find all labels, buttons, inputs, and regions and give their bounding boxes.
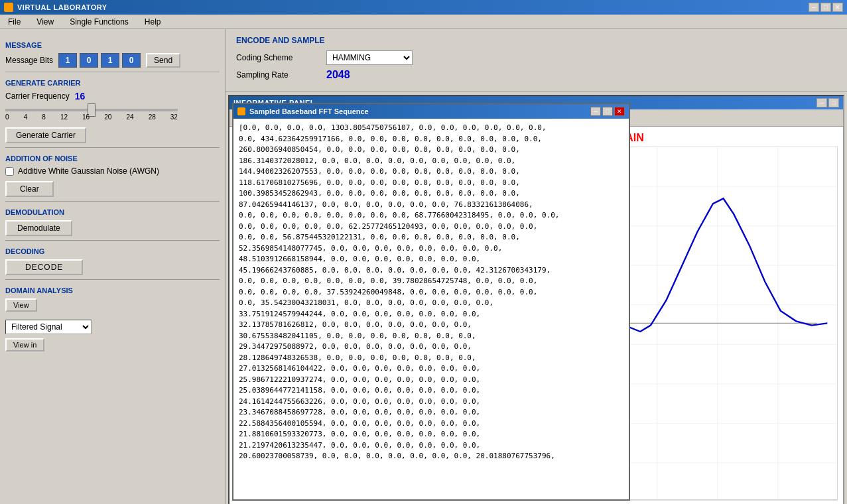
popup-title: Sampled Baseband FFT Sequence	[249, 107, 369, 115]
awgn-label: Additive White Gaussian Noise (AWGN)	[18, 166, 159, 176]
sampling-rate-row: Sampling Rate 2048	[236, 69, 836, 81]
coding-scheme-label: Coding Scheme	[236, 53, 316, 62]
sampling-rate-value: 2048	[326, 69, 350, 81]
carrier-freq-label: Carrier Frequency	[5, 92, 70, 101]
carrier-section: GENERATE CARRIER Carrier Frequency 16 0 …	[5, 79, 220, 143]
info-panel-controls[interactable]: ─ □	[816, 98, 839, 107]
domain-section: DOMAIN ANALYSIS View Filtered Signal Vie…	[5, 286, 220, 355]
title-bar-left: VIRTUAL LABORATORY	[4, 3, 107, 12]
popup-controls[interactable]: ─ □ ✕	[590, 107, 625, 116]
popup-icon	[237, 107, 245, 115]
sampling-rate-label: Sampling Rate	[236, 70, 316, 80]
bit-input-1[interactable]	[80, 53, 98, 68]
bit-input-2[interactable]	[101, 53, 119, 68]
demodulate-button[interactable]: Demodulate	[5, 220, 72, 236]
popup-content[interactable]: [0.0, 0.0, 0.0, 0.0, 1303.8054750756107,…	[233, 119, 629, 499]
app-title: VIRTUAL LABORATORY	[17, 3, 107, 11]
send-button[interactable]: Send	[146, 53, 180, 68]
carrier-title: GENERATE CARRIER	[5, 79, 220, 87]
encode-title: ENCODE AND SAMPLE	[236, 36, 836, 45]
popup-titlebar: Sampled Baseband FFT Sequence ─ □ ✕	[233, 104, 629, 119]
filtered-signal-row: Filtered Signal	[5, 320, 220, 334]
maximize-button[interactable]: □	[820, 3, 831, 12]
info-maximize-button[interactable]: □	[828, 98, 839, 107]
slider-container: 0 4 8 12 16 20 24 28 32	[5, 104, 220, 121]
title-bar-controls[interactable]: ─ □ ✕	[809, 3, 843, 12]
filtered-signal-dropdown[interactable]: Filtered Signal	[5, 320, 92, 334]
popup-text: [0.0, 0.0, 0.0, 0.0, 1303.8054750756107,…	[239, 123, 623, 462]
popup-title-area: Sampled Baseband FFT Sequence	[237, 107, 369, 115]
menu-file[interactable]: File	[5, 17, 23, 27]
coding-scheme-row: Coding Scheme HAMMING	[236, 50, 836, 65]
coding-scheme-select[interactable]: HAMMING	[326, 50, 413, 65]
awgn-checkbox[interactable]	[5, 167, 14, 176]
message-bits-label: Message Bits	[5, 56, 53, 65]
menu-single-functions[interactable]: Single Functions	[67, 17, 131, 27]
carrier-freq-slider[interactable]	[5, 109, 178, 111]
minimize-button[interactable]: ─	[809, 3, 819, 12]
encode-panel: ENCODE AND SAMPLE Coding Scheme HAMMING …	[226, 29, 847, 92]
clear-button[interactable]: Clear	[5, 181, 54, 197]
generate-carrier-button[interactable]: Generate Carrier	[5, 127, 86, 143]
menu-help[interactable]: Help	[142, 17, 164, 27]
message-title: MESSAGE	[5, 41, 220, 49]
noise-section: ADDITION OF NOISE Additive White Gaussia…	[5, 155, 220, 197]
info-minimize-button[interactable]: ─	[816, 98, 827, 107]
menu-view[interactable]: View	[34, 17, 56, 27]
carrier-freq-value: 16	[75, 91, 86, 101]
carrier-row: Carrier Frequency 16	[5, 91, 220, 101]
noise-title: ADDITION OF NOISE	[5, 155, 220, 162]
domain-title: DOMAIN ANALYSIS	[5, 286, 220, 294]
decoding-section: DECODING DECODE	[5, 247, 220, 275]
close-button[interactable]: ✕	[832, 3, 843, 12]
title-bar: VIRTUAL LABORATORY ─ □ ✕	[0, 0, 847, 15]
view-in-row: View in	[5, 338, 220, 355]
bit-input-0[interactable]	[58, 53, 77, 68]
left-panel: MESSAGE Message Bits Send GENERATE CARRI…	[0, 29, 226, 504]
decode-button[interactable]: DECODE	[5, 259, 83, 275]
message-section: MESSAGE Message Bits Send	[5, 41, 220, 68]
demodulation-title: DEMODULATION	[5, 208, 220, 216]
demodulation-section: DEMODULATION Demodulate	[5, 208, 220, 236]
decoding-title: DECODING	[5, 247, 220, 255]
awgn-row: Additive White Gaussian Noise (AWGN)	[5, 166, 220, 176]
view-in-button[interactable]: View in	[5, 338, 44, 351]
app-icon	[4, 3, 13, 12]
popup-minimize-button[interactable]: ─	[590, 107, 601, 116]
menu-bar: File View Single Functions Help	[0, 15, 847, 29]
view-button-1[interactable]: View	[5, 298, 37, 312]
popup-close-button[interactable]: ✕	[614, 107, 625, 116]
message-bits-row: Message Bits Send	[5, 53, 220, 68]
bit-input-3[interactable]	[122, 53, 141, 68]
popup-window: Sampled Baseband FFT Sequence ─ □ ✕ [0.0…	[232, 103, 630, 501]
popup-maximize-button[interactable]: □	[602, 107, 613, 116]
